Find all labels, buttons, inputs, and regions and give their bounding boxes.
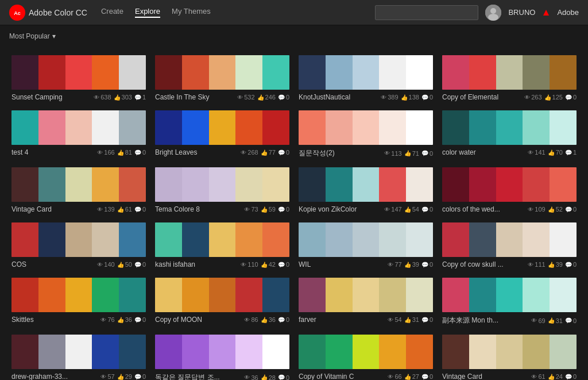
palette-card[interactable]: Vintage Card 👁139 👍61 💬0 bbox=[7, 164, 150, 219]
color-swatch bbox=[155, 110, 182, 145]
color-swatch bbox=[262, 110, 289, 145]
color-swatch bbox=[65, 278, 92, 312]
color-swatch bbox=[326, 222, 353, 257]
color-swatch bbox=[326, 335, 353, 369]
color-swatch bbox=[155, 335, 182, 369]
palette-swatches bbox=[299, 167, 433, 202]
color-swatch bbox=[235, 278, 262, 312]
palette-card[interactable]: Sunset Camping 👁638 👍303 💬1 bbox=[7, 52, 150, 107]
color-swatch bbox=[92, 110, 119, 145]
eye-icon: 👁 bbox=[528, 262, 533, 268]
color-swatch bbox=[92, 335, 119, 369]
palette-name: 질문작성(2) bbox=[299, 148, 382, 158]
color-swatch bbox=[523, 55, 550, 90]
color-swatch bbox=[262, 278, 289, 312]
view-count: 👁638 bbox=[94, 94, 111, 101]
svg-point-4 bbox=[488, 14, 498, 21]
palette-card[interactable]: farver 👁54 👍31 💬0 bbox=[294, 274, 438, 331]
like-count: 👍36 bbox=[117, 316, 132, 323]
adobe-link[interactable]: Adobe bbox=[557, 8, 579, 17]
like-count: 👍31 bbox=[404, 316, 419, 323]
comment-icon: 💬 bbox=[134, 206, 141, 213]
nav-links: Create Explore My Themes bbox=[101, 7, 211, 18]
palette-card[interactable]: Copy of Elemental 👁263 👍125 💬0 bbox=[438, 52, 581, 107]
palette-card[interactable]: Vintage Card 👁61 👍24 💬0 bbox=[438, 331, 581, 380]
comment-count: 💬0 bbox=[421, 206, 433, 213]
color-swatch bbox=[379, 55, 406, 90]
nav-create[interactable]: Create bbox=[101, 7, 123, 18]
palette-card[interactable]: color water 👁141 👍70 💬1 bbox=[438, 107, 581, 164]
eye-icon: 👁 bbox=[94, 94, 99, 101]
nav-explore[interactable]: Explore bbox=[135, 7, 160, 18]
header-right: BRUNO Adobe bbox=[375, 5, 579, 21]
comment-count: 💬0 bbox=[421, 94, 433, 101]
palette-card[interactable]: 질문작성(2) 👁113 👍71 💬0 bbox=[294, 107, 438, 164]
color-swatch bbox=[469, 278, 496, 312]
palette-card[interactable]: 독같은 질문답변 조... 👁36 👍28 💬0 bbox=[150, 331, 294, 380]
logo[interactable]: Ac Adobe Color CC bbox=[9, 5, 87, 21]
color-swatch bbox=[209, 167, 236, 202]
nav-my-themes[interactable]: My Themes bbox=[172, 7, 211, 18]
color-swatch bbox=[262, 55, 289, 90]
palette-card[interactable]: 副本来源 Mon th... 👁69 👍31 💬0 bbox=[438, 274, 581, 331]
color-swatch bbox=[469, 335, 496, 369]
palette-swatches bbox=[11, 278, 146, 312]
palette-card[interactable]: Kopie von ZikColor 👁147 👍54 💬0 bbox=[294, 164, 438, 219]
palette-card[interactable]: drew-graham-33... 👁57 👍29 💬0 bbox=[7, 331, 150, 380]
palette-card[interactable]: Copy of Vitamin C 👁66 👍27 💬0 bbox=[294, 331, 438, 380]
color-swatch bbox=[442, 167, 469, 202]
view-count: 👁113 bbox=[384, 150, 401, 157]
comment-count: 💬0 bbox=[278, 149, 289, 156]
palette-card[interactable]: Copy of cow skull ... 👁111 👍39 💬0 bbox=[438, 219, 581, 274]
like-icon: 👍 bbox=[404, 206, 411, 213]
palette-card[interactable]: Skittles 👁76 👍36 💬0 bbox=[7, 274, 150, 331]
palette-name: Vintage Card bbox=[11, 205, 95, 213]
color-swatch bbox=[262, 222, 289, 257]
color-swatch bbox=[11, 335, 38, 369]
palette-card[interactable]: WIL 👁77 👍39 💬0 bbox=[294, 219, 438, 274]
palette-name: test 4 bbox=[11, 148, 95, 156]
color-swatch bbox=[182, 110, 209, 145]
color-swatch bbox=[209, 278, 236, 312]
palette-card[interactable]: test 4 👁166 👍81 💬0 bbox=[7, 107, 150, 164]
comment-icon: 💬 bbox=[278, 149, 285, 156]
palette-card[interactable]: Bright Leaves 👁268 👍77 💬0 bbox=[150, 107, 294, 164]
palette-card[interactable]: kashi isfahan 👁110 👍42 💬0 bbox=[150, 219, 294, 274]
view-count: 👁263 bbox=[524, 94, 541, 101]
color-swatch bbox=[11, 222, 38, 257]
palette-card[interactable]: Castle In The Sky 👁532 👍246 💬0 bbox=[150, 52, 294, 107]
comment-count: 💬1 bbox=[134, 94, 146, 101]
color-swatch bbox=[235, 222, 262, 257]
search-input[interactable] bbox=[375, 5, 478, 20]
sort-button[interactable]: Most Popular ▾ bbox=[9, 32, 56, 40]
palette-card[interactable]: COS 👁140 👍50 💬0 bbox=[7, 219, 150, 274]
color-swatch bbox=[469, 110, 496, 145]
view-count: 👁109 bbox=[528, 206, 545, 213]
color-swatch bbox=[379, 335, 406, 369]
eye-icon: 👁 bbox=[97, 262, 103, 268]
subheader: Most Popular ▾ bbox=[0, 25, 588, 47]
palette-card[interactable]: Copy of MOON 👁86 👍36 💬0 bbox=[150, 274, 294, 331]
palette-card[interactable]: Tema Colore 8 👁73 👍59 💬0 bbox=[150, 164, 294, 219]
color-swatch bbox=[92, 55, 119, 90]
color-swatch bbox=[523, 167, 550, 202]
color-swatch bbox=[155, 55, 182, 90]
eye-icon: 👁 bbox=[524, 94, 530, 101]
palette-card[interactable]: KnotJustNautical 👁389 👍138 💬0 bbox=[294, 52, 438, 107]
palette-name: Sunset Camping bbox=[11, 93, 91, 101]
palette-name: colors of the wed... bbox=[442, 205, 525, 213]
comment-count: 💬0 bbox=[565, 206, 577, 213]
like-count: 👍303 bbox=[114, 94, 132, 101]
palette-name: Bright Leaves bbox=[155, 148, 238, 156]
view-count: 👁141 bbox=[528, 149, 545, 156]
eye-icon: 👁 bbox=[388, 374, 393, 380]
eye-icon: 👁 bbox=[100, 374, 106, 380]
palette-card[interactable]: colors of the wed... 👁109 👍52 💬0 bbox=[438, 164, 581, 219]
like-icon: 👍 bbox=[261, 317, 268, 323]
color-swatch bbox=[119, 335, 146, 369]
like-icon: 👍 bbox=[548, 149, 555, 156]
color-swatch bbox=[523, 110, 550, 145]
view-count: 👁76 bbox=[100, 316, 114, 323]
comment-count: 💬0 bbox=[421, 316, 433, 323]
color-swatch bbox=[550, 222, 577, 257]
